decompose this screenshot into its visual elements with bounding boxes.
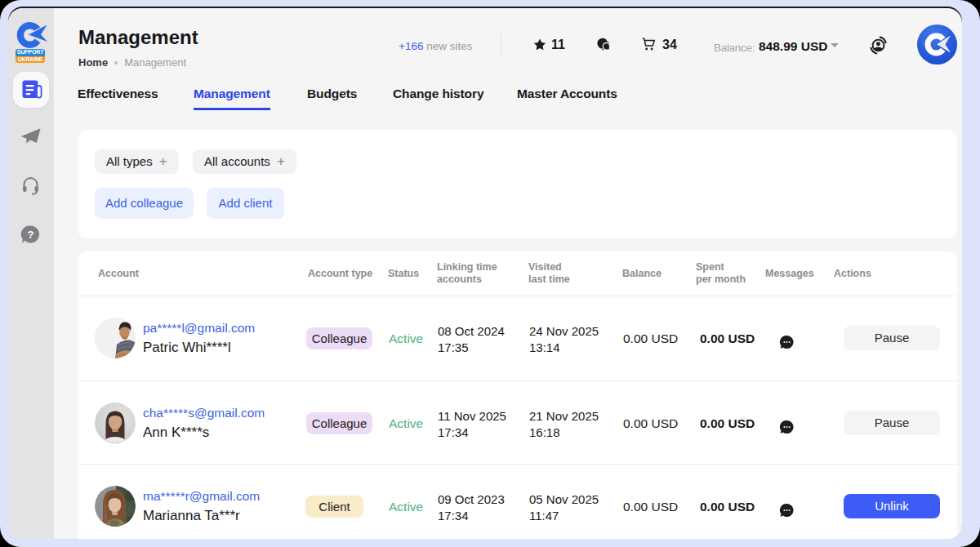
svg-text:?: ? <box>28 229 34 241</box>
